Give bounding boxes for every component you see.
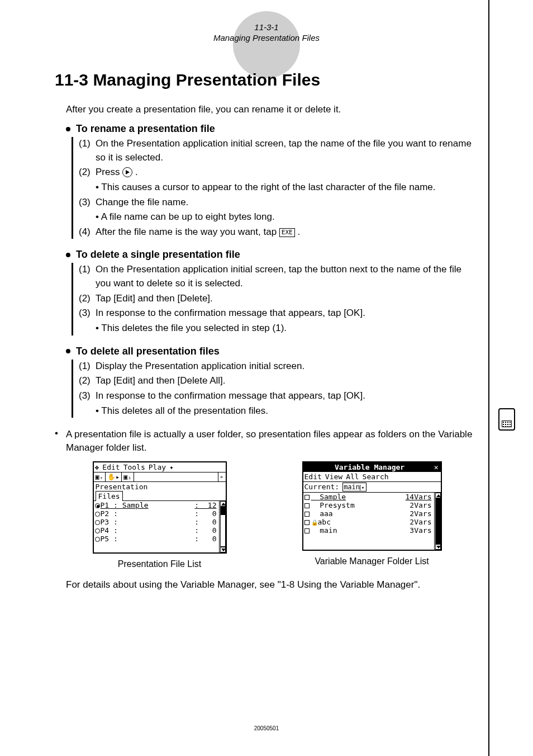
scrollbar[interactable] (219, 501, 226, 552)
page-title: 11-3 Managing Presentation Files (55, 70, 479, 89)
vm-menubar[interactable]: Edit View All Search (303, 472, 441, 482)
right-arrow-icon (122, 167, 132, 177)
radio-selected-icon[interactable] (95, 503, 100, 508)
substep-text: • This deletes the file you selected in … (96, 322, 479, 336)
bullet-icon (66, 127, 70, 131)
list-row-selected[interactable]: P1 : Sample : 12 (94, 501, 218, 509)
vm-row-selected[interactable]: Sample14Vars (303, 493, 433, 501)
step-text: Tap [Edit] and then [Delete All]. (96, 374, 479, 388)
menu-tools[interactable]: Tools (123, 463, 145, 471)
step-number: (2) (79, 166, 96, 179)
bullet-icon (66, 349, 70, 353)
header-subtitle: Managing Presentation Files (0, 33, 533, 42)
presentation-list-screen: ❖ Edit Tools Play ✦ ▣₊ ✋▸ ▣ᵢ ▹ Pres (93, 461, 227, 554)
vm-menu-search[interactable]: Search (363, 472, 389, 481)
radio-icon[interactable] (95, 520, 100, 525)
menu-play[interactable]: Play (149, 463, 166, 471)
toolbar-icon-3[interactable]: ▣ᵢ (122, 472, 134, 481)
toolbar-icon-2[interactable]: ✋▸ (106, 472, 122, 481)
step-text: On the Presentation application initial … (96, 137, 479, 164)
toolbar-icon-1[interactable]: ▣₊ (94, 472, 106, 481)
radio-icon[interactable] (95, 512, 100, 517)
footer-reference: For details about using the Variable Man… (66, 579, 479, 590)
step-text: Display the Presentation application ini… (96, 360, 479, 374)
substep-text: • This causes a cursor to appear to the … (96, 181, 479, 195)
current-label: Current: (304, 483, 340, 491)
note-bullet: • (55, 428, 66, 455)
tab-label: Presentation (96, 483, 148, 491)
scrollbar[interactable] (434, 493, 441, 550)
vm-row[interactable]: Presystm2Vars (303, 501, 433, 509)
menu-more-icon[interactable]: ✦ (169, 463, 174, 471)
files-tab[interactable]: Files (96, 491, 123, 501)
step-text: On the Presentation application initial … (96, 263, 479, 290)
menu-clover-icon[interactable]: ❖ (95, 463, 99, 471)
step-number: (3) (79, 306, 96, 320)
vm-menu-edit[interactable]: Edit (304, 472, 322, 481)
page-footer-code: 20050501 (0, 725, 533, 731)
list-row[interactable]: P3 :: 0 (94, 518, 218, 526)
radio-icon[interactable] (95, 537, 100, 542)
toolbar-expand-icon[interactable]: ▹ (218, 472, 226, 481)
vm-row[interactable]: 🔒abc2Vars (303, 518, 433, 526)
step-text: Change the file name. (96, 196, 479, 210)
step-number: (4) (79, 225, 96, 239)
fig1-caption: Presentation File List (118, 559, 201, 569)
substep-text: • This deletes all of the presentation f… (96, 404, 479, 418)
list-row[interactable]: P2 :: 0 (94, 509, 218, 518)
checkbox-icon[interactable] (304, 503, 310, 508)
radio-icon[interactable] (95, 528, 100, 533)
vm-row[interactable]: main3Vars (303, 526, 433, 535)
scroll-down-icon[interactable] (220, 547, 226, 552)
step-number: (1) (79, 263, 96, 290)
vm-titlebar: Variable Manager ✕ (303, 462, 441, 472)
checkbox-icon[interactable] (304, 495, 310, 500)
step-number: (2) (79, 292, 96, 306)
step-text: After the file name is the way you want,… (96, 225, 479, 239)
calc-menubar[interactable]: ❖ Edit Tools Play ✦ (94, 462, 226, 472)
current-folder-dropdown[interactable]: main▾ (342, 483, 367, 492)
step-text: Press . (96, 166, 479, 179)
after-note: A presentation file is actually a user f… (66, 428, 479, 455)
step-number: (1) (79, 137, 96, 164)
lock-icon: 🔒 (311, 519, 318, 526)
header-page-num: 11-3-1 (0, 22, 533, 32)
intro-text: After you create a presentation file, yo… (66, 104, 479, 115)
vm-menu-view[interactable]: View (325, 472, 342, 481)
checkbox-icon[interactable] (304, 512, 310, 517)
list-row[interactable]: P5 :: 0 (94, 535, 218, 543)
scroll-up-icon[interactable] (435, 493, 441, 498)
vm-menu-all[interactable]: All (346, 472, 359, 481)
step-number: (2) (79, 374, 96, 388)
side-tab-icon (498, 408, 515, 431)
close-icon[interactable]: ✕ (434, 463, 439, 471)
scroll-up-icon[interactable] (220, 501, 226, 507)
section2-title: To delete a single presentation file (76, 249, 240, 261)
section1-title: To rename a presentation file (76, 123, 215, 135)
list-row[interactable]: P4 :: 0 (94, 526, 218, 535)
step-number: (3) (79, 196, 96, 210)
header-circle (233, 11, 300, 78)
menu-edit[interactable]: Edit (102, 463, 120, 471)
bullet-icon (66, 253, 70, 257)
step-number: (3) (79, 389, 96, 403)
variable-manager-screen: Variable Manager ✕ Edit View All Search … (302, 461, 442, 551)
step-text: In response to the confirmation message … (96, 306, 479, 320)
substep-text: • A file name can be up to eight bytes l… (96, 210, 479, 224)
fig2-caption: Variable Manager Folder List (315, 556, 429, 566)
step-number: (1) (79, 360, 96, 374)
step-text: Tap [Edit] and then [Delete]. (96, 292, 479, 306)
checkbox-icon[interactable] (304, 520, 310, 525)
step-text: In response to the confirmation message … (96, 389, 479, 403)
checkbox-icon[interactable] (304, 528, 310, 533)
vm-row[interactable]: aaa2Vars (303, 509, 433, 518)
dropdown-arrow-icon[interactable]: ▾ (360, 485, 365, 490)
section3-title: To delete all presentation files (76, 346, 220, 357)
scroll-down-icon[interactable] (435, 544, 441, 550)
exe-key-icon: EXE (279, 228, 295, 237)
